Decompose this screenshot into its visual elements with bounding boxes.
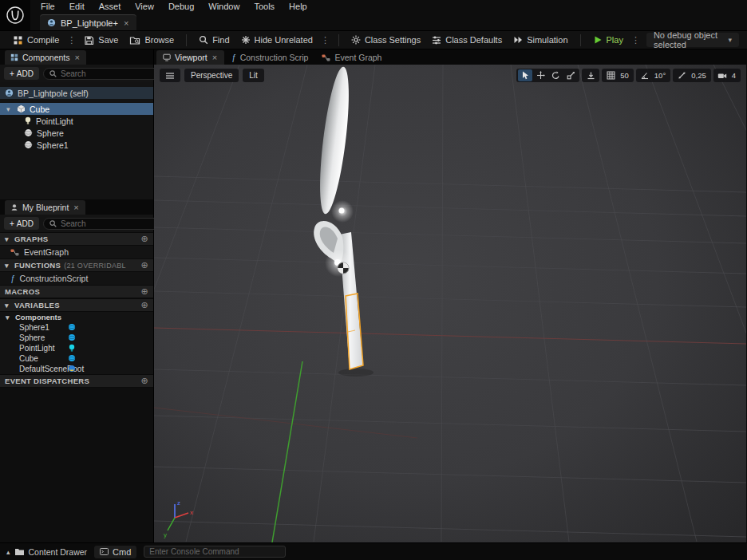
- expander-chevron-icon[interactable]: ▾: [6, 105, 13, 113]
- my-blueprint-search-input[interactable]: [61, 219, 166, 228]
- left-panel: Components × + ADD: [0, 49, 154, 542]
- hide-unrelated-options-kebab[interactable]: ⋮: [319, 35, 331, 45]
- grid-snap-group[interactable]: 50: [602, 69, 634, 82]
- components-icon: [10, 53, 18, 61]
- asset-tab-bp-lightpole[interactable]: BP_Lightpole+ ×: [40, 14, 136, 30]
- debug-object-dropdown[interactable]: No debug object selected ▾: [646, 33, 739, 47]
- class-settings-gear-icon: [351, 35, 361, 45]
- scale-tool-icon[interactable]: [563, 69, 578, 81]
- functions-section-header[interactable]: ▾ FUNCTIONS (21 OVERRIDABL ⊕: [0, 258, 153, 272]
- sphere-variable-icon: [68, 323, 76, 331]
- tree-row-pointlight[interactable]: PointLight: [0, 115, 153, 127]
- class-defaults-sliders-icon: [432, 35, 441, 45]
- light-variable-icon: [68, 344, 76, 353]
- add-macro-button[interactable]: ⊕: [140, 286, 148, 297]
- event-graph-icon: [10, 249, 19, 256]
- console-icon: [100, 548, 109, 555]
- menu-asset[interactable]: Asset: [92, 1, 128, 12]
- add-function-button[interactable]: ⊕: [140, 260, 148, 270]
- variable-row-sphere[interactable]: Sphere: [0, 333, 153, 343]
- add-blueprint-item-button[interactable]: + ADD: [4, 217, 39, 230]
- browse-button[interactable]: Browse: [125, 32, 179, 48]
- function-icon: ƒ: [10, 274, 15, 283]
- variables-section-header[interactable]: ▾ VARIABLES ⊕: [0, 298, 153, 312]
- close-panel-icon[interactable]: ×: [74, 53, 81, 62]
- grid-snap-icon: [603, 69, 618, 81]
- graphs-section-header[interactable]: ▾ GRAPHS ⊕: [0, 232, 153, 246]
- pivot-gizmo: [338, 262, 349, 274]
- add-graph-button[interactable]: ⊕: [140, 234, 148, 244]
- tab-my-blueprint[interactable]: My Blueprint ×: [5, 200, 85, 215]
- event-dispatchers-section-header[interactable]: EVENT DISPATCHERS ⊕: [0, 374, 153, 388]
- variable-row-pointlight[interactable]: PointLight: [0, 343, 153, 353]
- close-tab-icon[interactable]: ×: [211, 53, 218, 62]
- search-icon: [49, 70, 57, 77]
- tab-event-graph[interactable]: Event Graph: [315, 50, 388, 65]
- axis-y-label: y: [164, 531, 167, 538]
- play-options-kebab[interactable]: ⋮: [630, 35, 642, 45]
- toolbar-separator: [338, 34, 339, 46]
- tree-row-sphere1[interactable]: Sphere1: [0, 139, 153, 151]
- menu-tools[interactable]: Tools: [247, 1, 282, 12]
- menu-view[interactable]: View: [128, 1, 161, 12]
- my-blueprint-icon: [10, 203, 18, 211]
- my-blueprint-search[interactable]: [43, 218, 172, 230]
- compile-button[interactable]: Compile: [8, 32, 64, 48]
- find-button[interactable]: Find: [194, 32, 234, 48]
- asset-tab-bar: BP_Lightpole+ ×: [30, 13, 747, 30]
- sphere-icon: [24, 140, 33, 149]
- scale-snap-icon: [674, 69, 689, 81]
- play-button[interactable]: Play: [588, 32, 628, 48]
- event-graph-icon: [322, 54, 330, 61]
- close-tab-icon[interactable]: ×: [123, 18, 129, 28]
- components-search-input[interactable]: [61, 69, 166, 78]
- scale-snap-group[interactable]: 0,25: [673, 69, 711, 82]
- tab-construction-script[interactable]: ƒ Construction Scrip: [225, 50, 314, 65]
- components-search[interactable]: [43, 68, 172, 80]
- tab-viewport[interactable]: Viewport ×: [156, 50, 224, 65]
- lit-dropdown[interactable]: Lit: [243, 69, 264, 82]
- variables-category-components[interactable]: ▾ Components: [0, 312, 153, 322]
- perspective-dropdown[interactable]: Perspective: [184, 69, 239, 82]
- class-defaults-button[interactable]: Class Defaults: [427, 32, 507, 48]
- select-tool-icon[interactable]: [518, 69, 532, 81]
- add-variable-button[interactable]: ⊕: [140, 300, 148, 310]
- simulation-button[interactable]: Simulation: [508, 32, 572, 48]
- tree-row-cube[interactable]: ▾ Cube: [0, 103, 153, 115]
- rotate-tool-icon[interactable]: [548, 69, 563, 81]
- rotation-snap-group[interactable]: 10°: [636, 69, 670, 82]
- add-component-button[interactable]: + ADD: [4, 67, 39, 80]
- viewport-3d-canvas[interactable]: x y z Perspective: [154, 65, 746, 542]
- camera-speed-value: 4: [730, 71, 739, 80]
- macros-section-header[interactable]: MACROS ⊕: [0, 285, 153, 298]
- close-panel-icon[interactable]: ×: [73, 203, 79, 212]
- tab-components[interactable]: Components ×: [5, 50, 86, 65]
- function-item-constructionscript[interactable]: ƒ ConstructionScript: [0, 272, 153, 285]
- menu-debug[interactable]: Debug: [161, 1, 201, 12]
- variable-row-sphere1[interactable]: Sphere1: [0, 322, 153, 333]
- save-button[interactable]: Save: [79, 32, 123, 48]
- menu-help[interactable]: Help: [282, 1, 314, 12]
- menu-window[interactable]: Window: [201, 1, 247, 12]
- surface-snap-icon[interactable]: [583, 69, 598, 81]
- class-settings-button[interactable]: Class Settings: [346, 32, 425, 48]
- unreal-logo-icon[interactable]: [0, 0, 30, 30]
- hide-unrelated-button[interactable]: Hide Unrelated: [236, 32, 318, 48]
- menu-file[interactable]: File: [34, 1, 62, 12]
- viewport-options-menu-button[interactable]: [160, 69, 180, 82]
- play-icon: [593, 35, 603, 45]
- add-event-dispatcher-button[interactable]: ⊕: [140, 376, 148, 386]
- tree-row-bp-lightpole-self[interactable]: BP_Lightpole (self): [0, 87, 153, 99]
- cmd-button[interactable]: Cmd: [94, 546, 136, 558]
- variable-row-defaultsceneroot[interactable]: DefaultSceneRoot: [0, 364, 153, 374]
- compile-options-kebab[interactable]: ⋮: [65, 35, 77, 45]
- tree-row-sphere[interactable]: Sphere: [0, 127, 153, 139]
- camera-speed-group[interactable]: 4: [713, 69, 741, 82]
- variable-row-cube[interactable]: Cube: [0, 353, 153, 364]
- graph-item-eventgraph[interactable]: EventGraph: [0, 246, 153, 258]
- move-tool-icon[interactable]: [533, 69, 547, 81]
- console-command-input[interactable]: [144, 546, 286, 558]
- asset-tab-label: BP_Lightpole+: [61, 18, 118, 28]
- content-drawer-button[interactable]: ▴ Content Drawer: [6, 547, 87, 557]
- menu-edit[interactable]: Edit: [62, 1, 92, 12]
